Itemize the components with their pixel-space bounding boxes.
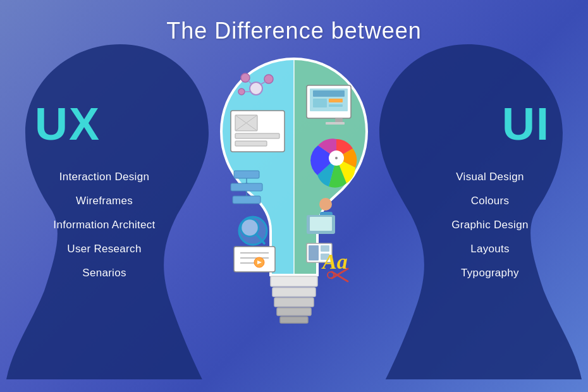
svg-rect-3 bbox=[274, 298, 314, 307]
ui-item-3: Graphic Design bbox=[420, 219, 560, 231]
svg-rect-2 bbox=[273, 288, 315, 297]
ux-item-1: Interaction Design bbox=[32, 171, 177, 183]
svg-rect-8 bbox=[235, 133, 279, 138]
svg-rect-1 bbox=[271, 276, 317, 286]
svg-rect-20 bbox=[231, 183, 262, 191]
svg-point-45 bbox=[335, 157, 338, 159]
svg-rect-38 bbox=[313, 99, 327, 107]
svg-rect-19 bbox=[234, 171, 259, 178]
main-title: The Difference between bbox=[0, 0, 588, 44]
svg-rect-21 bbox=[233, 196, 260, 204]
svg-rect-29 bbox=[234, 247, 275, 272]
ux-item-4: User Research bbox=[32, 243, 177, 255]
svg-point-15 bbox=[238, 89, 245, 95]
svg-rect-49 bbox=[310, 217, 332, 231]
svg-rect-39 bbox=[329, 99, 343, 102]
ui-item-4: Layouts bbox=[420, 243, 560, 255]
svg-rect-42 bbox=[326, 122, 345, 125]
svg-point-46 bbox=[319, 198, 332, 211]
ui-item-1: Visual Design bbox=[420, 171, 560, 183]
svg-point-14 bbox=[264, 75, 273, 83]
ux-label: UX bbox=[35, 98, 101, 150]
ux-item-5: Senarios bbox=[32, 267, 177, 279]
ux-items-list: Interaction Design Wireframes Informatio… bbox=[32, 171, 177, 291]
svg-rect-51 bbox=[309, 245, 319, 260]
ux-item-2: Wireframes bbox=[32, 195, 177, 207]
ui-label: UI bbox=[502, 98, 550, 150]
svg-text:Aa: Aa bbox=[321, 250, 348, 273]
bulb-outline: Aa bbox=[196, 47, 392, 370]
svg-rect-40 bbox=[329, 104, 343, 107]
svg-rect-5 bbox=[280, 317, 308, 323]
svg-rect-9 bbox=[235, 141, 267, 146]
ux-item-3: Information Architect bbox=[32, 219, 177, 231]
svg-rect-41 bbox=[335, 118, 343, 122]
ui-items-list: Visual Design Colours Graphic Design Lay… bbox=[420, 171, 560, 291]
svg-rect-37 bbox=[313, 90, 345, 97]
ui-item-5: Typography bbox=[420, 267, 560, 279]
svg-rect-4 bbox=[277, 308, 311, 315]
lightbulb-diagram: Aa bbox=[196, 47, 392, 370]
ui-item-2: Colours bbox=[420, 195, 560, 207]
